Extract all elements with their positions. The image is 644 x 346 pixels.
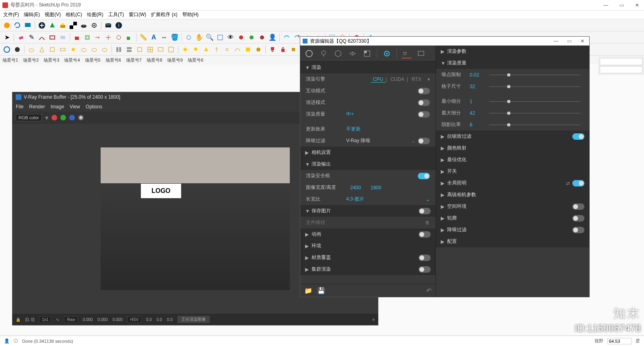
- tree-icon[interactable]: [48, 21, 57, 30]
- rect-icon[interactable]: [48, 33, 57, 42]
- light-mesh-icon[interactable]: [244, 45, 252, 54]
- section-advcam[interactable]: ▶高级相机参数: [436, 189, 589, 201]
- section-denoise-r[interactable]: ▶降噪过滤: [436, 224, 589, 236]
- followme-icon[interactable]: [93, 33, 102, 42]
- section-render[interactable]: ▼渲染: [300, 62, 436, 73]
- section-optim[interactable]: ▶最佳优化: [436, 154, 589, 166]
- progressive-toggle[interactable]: [418, 99, 430, 106]
- section-swarm[interactable]: ▶集群渲染: [300, 263, 436, 275]
- help-icon[interactable]: ⓘ: [14, 338, 18, 344]
- menu-draw[interactable]: 绘图(R): [87, 11, 103, 18]
- section-aa[interactable]: ▶抗锯齿过滤: [436, 131, 589, 142]
- materials-tab-icon[interactable]: [304, 49, 314, 58]
- zoom-ext-icon[interactable]: [216, 33, 225, 42]
- menu-help[interactable]: 帮助(H): [182, 11, 199, 18]
- scale-icon[interactable]: [125, 33, 134, 42]
- screen-icon[interactable]: [23, 21, 32, 30]
- orbit-icon[interactable]: [184, 33, 193, 42]
- light-layout-icon[interactable]: [114, 45, 123, 54]
- engine-rtx[interactable]: RTX: [409, 77, 424, 82]
- scene-tab[interactable]: 场景号1: [2, 57, 18, 63]
- vfb-blue-channel-icon[interactable]: [69, 115, 75, 120]
- circle-icon[interactable]: [13, 45, 22, 54]
- text-icon[interactable]: A: [149, 33, 158, 42]
- cloud-up-icon[interactable]: [79, 21, 88, 30]
- min-subd-input[interactable]: 1: [470, 99, 486, 104]
- folder-open-icon[interactable]: 📁: [304, 287, 312, 294]
- cone-icon[interactable]: [37, 45, 46, 54]
- image-width-input[interactable]: 2400: [350, 185, 361, 191]
- render-tab-icon[interactable]: [402, 49, 411, 58]
- min-subd-slider[interactable]: [489, 101, 580, 102]
- engine-cuda[interactable]: CUDA: [388, 77, 407, 82]
- geometry-tab-icon[interactable]: [333, 49, 343, 58]
- max-subd-input[interactable]: 42: [470, 110, 486, 116]
- cloud2-icon[interactable]: [79, 45, 88, 54]
- vfb-mono-channel-icon[interactable]: [78, 115, 84, 120]
- pushpull-icon[interactable]: [72, 33, 81, 42]
- file-browse-icon[interactable]: 🗎: [425, 220, 430, 226]
- checker-icon[interactable]: [69, 21, 78, 30]
- section-animation[interactable]: ▶动画: [300, 228, 436, 240]
- vfb-scale[interactable]: 1x1: [39, 316, 51, 323]
- tape-icon[interactable]: 📏: [139, 33, 148, 42]
- menu-window[interactable]: 窗口(W): [129, 11, 146, 18]
- vfb-raw[interactable]: Raw: [64, 316, 78, 323]
- ext-icon[interactable]: [2, 21, 11, 30]
- light-frame-icon[interactable]: [167, 45, 175, 54]
- minimize-button[interactable]: —: [601, 2, 611, 9]
- light-layout2-icon[interactable]: [125, 45, 134, 54]
- section-output[interactable]: ▼渲染输出: [300, 158, 436, 170]
- scene-tab[interactable]: 场景号9: [167, 57, 183, 63]
- cube-ref-icon[interactable]: [289, 45, 298, 54]
- eye-icon[interactable]: 👁: [226, 33, 235, 42]
- plane-icon[interactable]: [58, 45, 67, 54]
- light-omni-icon[interactable]: [223, 45, 231, 54]
- frame-buffer-tab-icon[interactable]: [416, 49, 426, 58]
- engine-dropdown-icon[interactable]: ▾: [427, 77, 430, 82]
- light-bulb-icon[interactable]: [191, 45, 200, 54]
- gi-toggle[interactable]: [572, 180, 584, 186]
- undo-icon[interactable]: ↶: [426, 287, 431, 294]
- vfb-menu-image[interactable]: Image: [51, 104, 64, 110]
- pan-icon[interactable]: ✋: [195, 33, 204, 42]
- vfb-red-channel-icon[interactable]: [52, 115, 57, 120]
- menu-view[interactable]: 视图(V): [45, 11, 61, 18]
- light-screen-icon[interactable]: [156, 45, 165, 54]
- pencil-icon[interactable]: ✎: [27, 33, 36, 42]
- box-icon[interactable]: [48, 45, 57, 54]
- paint-icon[interactable]: 🪣: [170, 33, 179, 42]
- section-environment[interactable]: ▶环境: [300, 240, 436, 252]
- surface-icon[interactable]: [58, 33, 67, 42]
- asset-minimize-button[interactable]: —: [551, 37, 561, 45]
- view-input[interactable]: [607, 338, 632, 344]
- cube-down-icon[interactable]: [268, 45, 277, 54]
- scene-tab[interactable]: 场景号8: [147, 57, 162, 63]
- light-grid-icon[interactable]: [146, 45, 155, 54]
- vfb-menu-options[interactable]: Options: [86, 104, 102, 110]
- close-button[interactable]: ✕: [633, 2, 642, 9]
- aa-toggle[interactable]: [572, 133, 584, 140]
- user-icon[interactable]: 👤: [268, 33, 277, 42]
- light-sun-icon[interactable]: [181, 45, 190, 54]
- mail-icon[interactable]: [104, 21, 113, 30]
- chevron-down-icon[interactable]: ⌄: [411, 138, 415, 144]
- arc-icon[interactable]: [37, 33, 46, 42]
- noise-limit-slider[interactable]: [489, 75, 580, 75]
- chevron-down-icon[interactable]: ⌄: [426, 197, 430, 202]
- shading-slider[interactable]: [489, 124, 580, 125]
- save-toggle[interactable]: [419, 208, 431, 214]
- quality-toggle[interactable]: [418, 111, 430, 118]
- light-dome-icon[interactable]: [233, 45, 242, 54]
- plus-circle-icon[interactable]: [37, 21, 46, 30]
- gear-icon[interactable]: [90, 21, 99, 30]
- cloud3-icon[interactable]: [90, 45, 99, 54]
- denoise-toggle[interactable]: [418, 138, 430, 144]
- envspace-toggle[interactable]: [572, 203, 584, 210]
- image-height-input[interactable]: 1800: [371, 185, 382, 191]
- section-switch[interactable]: ▶开关: [436, 166, 589, 177]
- paint3-icon[interactable]: [247, 33, 256, 42]
- paint2-icon[interactable]: [237, 33, 246, 42]
- interactive-toggle[interactable]: [418, 88, 430, 94]
- section-gi[interactable]: ▶全局照明⇄: [436, 177, 589, 189]
